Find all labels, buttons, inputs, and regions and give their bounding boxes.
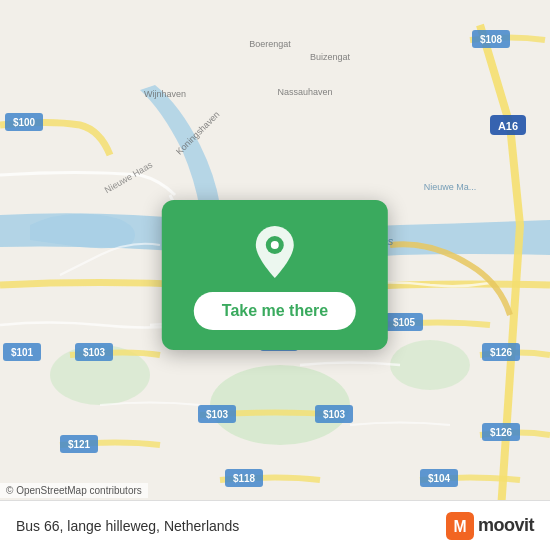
svg-text:A16: A16 [498,120,518,132]
location-pin-icon [247,224,303,280]
map-container: A16 $100 $103 $103 $103 $105 $108 $121 $… [0,0,550,550]
attribution-text: © OpenStreetMap contributors [6,485,142,496]
svg-text:Boerengat: Boerengat [249,39,291,49]
svg-text:$104: $104 [428,473,451,484]
svg-text:$100: $100 [13,117,36,128]
svg-point-3 [390,340,470,390]
take-me-there-button[interactable]: Take me there [194,292,356,330]
svg-text:M: M [453,518,466,535]
svg-text:$105: $105 [393,317,416,328]
svg-text:$103: $103 [206,409,229,420]
svg-text:$121: $121 [68,439,91,450]
svg-text:$108: $108 [480,34,503,45]
svg-text:Wijnhaven: Wijnhaven [144,89,186,99]
svg-text:Buizengat: Buizengat [310,52,351,62]
overlay-card: Take me there [162,200,388,350]
location-text: Bus 66, lange hilleweg, Netherlands [16,518,239,534]
svg-text:$103: $103 [323,409,346,420]
svg-text:$103: $103 [83,347,106,358]
svg-text:$126: $126 [490,347,513,358]
moovit-icon: M [446,512,474,540]
moovit-logo: M moovit [446,512,534,540]
svg-text:$118: $118 [233,473,256,484]
moovit-logo-text: moovit [478,515,534,536]
svg-text:$101: $101 [11,347,34,358]
svg-text:Nieuwe Ma...: Nieuwe Ma... [424,182,477,192]
svg-text:Nassauhaven: Nassauhaven [277,87,332,97]
svg-point-42 [271,241,279,249]
osm-attribution: © OpenStreetMap contributors [0,483,148,498]
bottom-bar: Bus 66, lange hilleweg, Netherlands M mo… [0,500,550,550]
svg-text:$126: $126 [490,427,513,438]
